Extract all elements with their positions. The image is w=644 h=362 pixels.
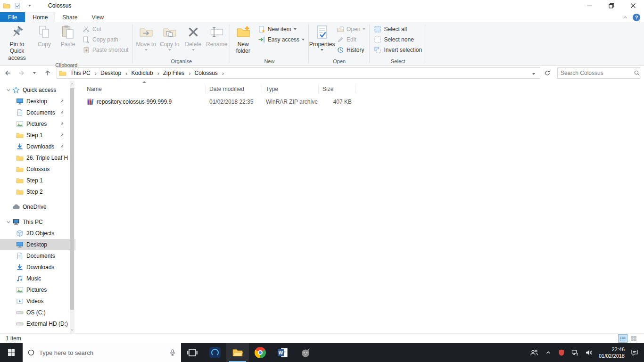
details-view-button[interactable] — [618, 334, 627, 343]
copy-path-button[interactable]: Copy path — [80, 34, 132, 45]
cut-button[interactable]: Cut — [80, 24, 132, 34]
sidebar-item-onedrive[interactable]: OneDrive — [0, 201, 75, 213]
breadcrumb-kodiclub[interactable]: Kodiclub — [129, 69, 161, 78]
file-explorer-icon[interactable] — [226, 343, 249, 362]
sidebar-item-external-hd-d[interactable]: External HD (D:) — [0, 318, 75, 329]
paste-shortcut-button[interactable]: Paste shortcut — [80, 45, 132, 55]
breadcrumb-colossus[interactable]: Colossus — [192, 69, 226, 78]
select-none-icon — [374, 36, 381, 43]
sidebar-scrollbar[interactable] — [70, 81, 74, 333]
sidebar-item-step1-qa[interactable]: Step 1 — [0, 130, 75, 141]
people-icon[interactable] — [529, 348, 539, 357]
scrollbar-thumb[interactable] — [70, 88, 74, 310]
explorer-window: Colossus File Home Share View Pin to Qui… — [0, 0, 644, 343]
minimize-button[interactable] — [579, 0, 601, 11]
microphone-icon[interactable] — [169, 349, 176, 356]
minimize-ribbon-icon[interactable] — [622, 15, 628, 20]
close-button[interactable] — [622, 0, 644, 11]
scroll-up-icon[interactable] — [70, 81, 74, 87]
window-title: Colossus — [48, 2, 71, 9]
ribbon-group-select: Select all Select none Invert selection … — [370, 22, 426, 65]
sidebar-item-step2[interactable]: Step 2 — [0, 186, 75, 197]
sidebar-item-pictures[interactable]: Pictures — [0, 284, 75, 296]
pin-to-quick-access-button[interactable]: Pin to Quick access — [1, 23, 33, 61]
sidebar-item-desktop[interactable]: Desktop — [0, 239, 75, 250]
folder-icon — [16, 177, 25, 184]
column-header-date-modified[interactable]: Date modified — [206, 85, 262, 93]
sidebar-item-downloads-qa[interactable]: Downloads — [0, 141, 75, 152]
help-icon[interactable] — [633, 14, 640, 21]
scroll-down-icon[interactable] — [70, 327, 74, 333]
qat-customize-chevron-icon[interactable] — [25, 1, 35, 10]
taskbar-clock[interactable]: 22:46 01/02/2018 — [599, 346, 625, 360]
task-view-button[interactable] — [181, 343, 204, 362]
open-button[interactable]: Open — [334, 24, 368, 34]
select-none-button[interactable]: Select none — [371, 34, 425, 45]
taskbar-search-input[interactable] — [39, 349, 165, 356]
sidebar-item-step1[interactable]: Step 1 — [0, 175, 75, 186]
word-icon[interactable] — [272, 343, 294, 362]
chrome-icon[interactable] — [249, 343, 272, 362]
tab-home[interactable]: Home — [25, 12, 55, 22]
tab-file[interactable]: File — [0, 12, 25, 22]
sidebar-item-quick-access[interactable]: Quick access — [0, 84, 75, 96]
tray-app-icon[interactable] — [558, 349, 565, 356]
properties-button[interactable]: Properties — [310, 23, 334, 57]
action-center-icon[interactable] — [631, 349, 638, 356]
copy-button[interactable]: Copy — [33, 23, 56, 57]
file-row[interactable]: repository.colossus-999.999.9 01/02/2018… — [83, 97, 644, 107]
search-box — [557, 67, 640, 79]
breadcrumb-this-pc[interactable]: This PC — [68, 69, 99, 78]
breadcrumb[interactable]: This PC Desktop Kodiclub Zip Files Colos… — [57, 67, 540, 79]
refresh-button[interactable] — [541, 67, 553, 79]
move-to-icon — [139, 25, 154, 40]
new-item-button[interactable]: New item — [255, 24, 307, 34]
sidebar-item-pictures-qa[interactable]: Pictures — [0, 118, 75, 130]
sidebar-item-triple-leaf[interactable]: 26. Triple Leaf H — [0, 152, 75, 164]
sidebar-item-3d-objects[interactable]: 3D Objects — [0, 228, 75, 239]
restore-button[interactable] — [601, 0, 622, 11]
edit-button[interactable]: Edit — [334, 34, 368, 45]
sidebar-item-this-pc[interactable]: This PC — [0, 216, 75, 228]
search-icon[interactable] — [634, 70, 640, 76]
large-icons-view-button[interactable] — [629, 334, 638, 343]
start-button[interactable] — [0, 343, 23, 362]
tray-chevron-up-icon[interactable] — [545, 349, 552, 356]
sidebar-item-documents[interactable]: Documents — [0, 250, 75, 262]
taskbar-search[interactable] — [23, 343, 181, 362]
sidebar-item-music[interactable]: Music — [0, 273, 75, 284]
column-header-type[interactable]: Type — [262, 85, 319, 93]
sidebar-item-videos[interactable]: Videos — [0, 296, 75, 307]
invert-selection-button[interactable]: Invert selection — [371, 45, 425, 55]
search-input[interactable] — [561, 70, 634, 76]
qat-properties-button[interactable] — [12, 1, 23, 10]
breadcrumb-zip-files[interactable]: Zip Files — [161, 69, 193, 78]
rename-button[interactable]: Rename — [205, 23, 229, 57]
gimp-icon[interactable] — [294, 343, 317, 362]
move-to-button[interactable]: Move to — [134, 23, 158, 57]
paste-button[interactable]: Paste — [56, 23, 80, 57]
breadcrumb-desktop[interactable]: Desktop — [99, 69, 129, 78]
copy-to-button[interactable]: Copy to — [158, 23, 182, 57]
chevron-down-icon[interactable] — [5, 87, 12, 93]
sidebar-item-desktop-qa[interactable]: Desktop — [0, 96, 75, 107]
pinned-app-1-icon[interactable] — [204, 343, 226, 362]
easy-access-button[interactable]: Easy access — [255, 34, 307, 45]
network-icon[interactable] — [571, 349, 579, 356]
sidebar-item-os-c[interactable]: OS (C:) — [0, 307, 75, 318]
new-folder-button[interactable]: New folder — [231, 23, 255, 57]
sidebar-item-documents-qa[interactable]: Documents — [0, 107, 75, 118]
sidebar-item-colossus[interactable]: Colossus — [0, 164, 75, 175]
window-controls — [579, 0, 644, 11]
address-history-chevron-icon[interactable] — [529, 70, 538, 76]
tab-view[interactable]: View — [84, 12, 111, 22]
tab-share[interactable]: Share — [55, 12, 84, 22]
column-header-name[interactable]: Name — [83, 85, 206, 93]
delete-button[interactable]: Delete — [182, 23, 205, 57]
select-all-button[interactable]: Select all — [371, 24, 425, 34]
sidebar-item-downloads[interactable]: Downloads — [0, 262, 75, 273]
column-header-size[interactable]: Size — [319, 85, 355, 93]
history-button[interactable]: History — [334, 45, 368, 55]
volume-icon[interactable] — [585, 349, 593, 356]
chevron-down-icon[interactable] — [5, 219, 12, 225]
